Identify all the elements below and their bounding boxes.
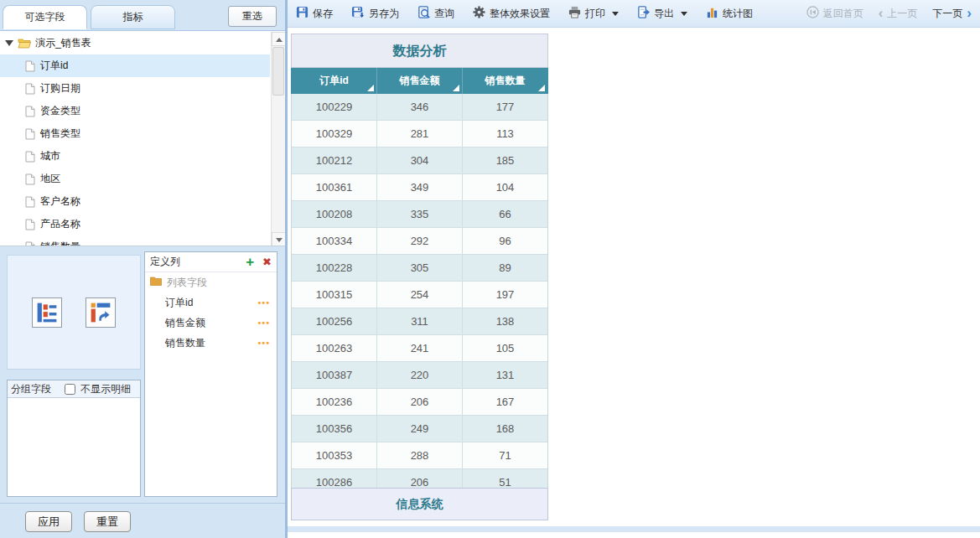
query-icon (417, 6, 430, 21)
hide-detail-checkbox[interactable] (65, 384, 75, 395)
prev-page-button[interactable]: ‹ 上一页 (879, 7, 918, 21)
config-area: 定义列 + ✖ 列表字段 订单id•••销售金额•••销售数量••• 分组字段 … (0, 247, 285, 503)
save-icon (296, 6, 309, 21)
column-header-order-id[interactable]: 订单id (292, 68, 377, 94)
group-fields-header: 分组字段 不显示明细 (8, 380, 140, 398)
table-cell: 96 (463, 228, 547, 254)
tree-item[interactable]: 销售类型 (0, 122, 270, 145)
table-cell: 168 (463, 416, 547, 442)
apply-button[interactable]: 应用 (25, 511, 72, 532)
bar-chart-icon (706, 6, 718, 21)
document-icon (25, 196, 35, 208)
report-rows: 1002293461771003292811131002123041851003… (291, 94, 548, 488)
reselect-button[interactable]: 重选 (228, 6, 277, 27)
group-fields-empty-area[interactable] (8, 398, 140, 496)
hide-detail-label: 不显示明细 (80, 382, 131, 396)
table-cell: 167 (463, 389, 547, 415)
table-cell: 100315 (292, 282, 377, 308)
table-row: 10022830589 (292, 255, 547, 282)
tree-item[interactable]: 资金类型 (0, 100, 270, 122)
list-layout-icon[interactable] (32, 297, 62, 328)
table-cell: 100229 (292, 94, 377, 120)
tree-item[interactable]: 地区 (0, 168, 270, 190)
pivot-swap-layout-icon[interactable] (86, 297, 116, 328)
export-icon (637, 6, 650, 21)
table-cell: 100353 (292, 442, 377, 468)
table-cell: 100356 (292, 416, 377, 442)
table-row: 100263241105 (292, 335, 547, 362)
tab-selectable-fields[interactable]: 可选字段 (3, 5, 87, 29)
tree-item[interactable]: 城市 (0, 145, 270, 168)
table-cell: 206 (377, 469, 463, 488)
tab-indicators[interactable]: 指标 (91, 5, 175, 29)
table-cell: 349 (377, 174, 463, 200)
caret-down-icon[interactable] (5, 40, 13, 46)
toolbar: 保存 另存为 (288, 0, 980, 28)
document-icon (25, 151, 35, 163)
document-icon (25, 219, 35, 230)
tree-item[interactable]: 订购日期 (0, 77, 270, 100)
document-icon (25, 128, 35, 140)
column-header-sales-amount[interactable]: 销售金额 (377, 68, 463, 94)
print-button[interactable]: 打印 (568, 6, 619, 21)
folder-open-icon (18, 38, 31, 49)
table-row: 100329281113 (292, 121, 547, 147)
group-fields-label: 分组字段 (11, 382, 51, 396)
table-cell: 104 (463, 174, 547, 200)
column-field-row[interactable]: 销售数量••• (145, 333, 277, 353)
report-table: 数据分析 订单id 销售金额 销售数量 10022934617710032928… (291, 34, 548, 520)
tree-item[interactable]: 客户名称 (0, 190, 270, 213)
query-button[interactable]: 查询 (417, 6, 454, 21)
more-options-icon[interactable]: ••• (257, 318, 270, 328)
table-cell: 292 (377, 228, 463, 254)
save-button[interactable]: 保存 (296, 6, 333, 21)
next-page-button[interactable]: 下一页 › (932, 7, 972, 21)
field-group-row[interactable]: 列表字段 (145, 272, 277, 292)
scroll-down-arrow-icon[interactable] (272, 232, 285, 246)
chevron-right-icon: › (967, 8, 972, 19)
tree-item[interactable]: 产品名称 (0, 213, 270, 235)
return-home-button[interactable]: 返回首页 (806, 6, 863, 21)
remove-column-icon[interactable]: ✖ (262, 256, 272, 268)
print-dropdown-caret-icon[interactable] (612, 12, 619, 16)
table-cell: 254 (377, 282, 463, 308)
tree-root[interactable]: 演示_销售表 (0, 31, 285, 54)
export-button[interactable]: 导出 (637, 6, 687, 21)
table-row: 100229346177 (292, 94, 547, 121)
table-header-row: 订单id 销售金额 销售数量 (291, 68, 548, 94)
scrollbar-thumb[interactable] (272, 47, 284, 96)
more-options-icon[interactable]: ••• (257, 297, 270, 308)
column-field-row[interactable]: 订单id••• (145, 292, 277, 313)
table-cell: 100361 (292, 174, 377, 200)
reset-button[interactable]: 重置 (84, 511, 131, 532)
left-bottom-bar: 应用 重置 (0, 503, 285, 538)
table-cell: 241 (377, 335, 463, 361)
table-cell: 71 (463, 442, 547, 468)
table-cell: 206 (377, 389, 463, 415)
save-as-button[interactable]: 另存为 (351, 6, 399, 21)
export-dropdown-caret-icon[interactable] (681, 12, 687, 16)
tree-item[interactable]: 订单id (0, 54, 270, 77)
more-options-icon[interactable]: ••• (257, 338, 270, 348)
tree-item[interactable]: 销售数量 (0, 235, 270, 246)
tree-root-label: 演示_销售表 (35, 36, 91, 50)
table-row: 10020833566 (292, 201, 547, 228)
table-cell: 100228 (292, 255, 377, 281)
tree-scrollbar[interactable] (271, 32, 285, 246)
tree-items: 订单id订购日期资金类型销售类型城市地区客户名称产品名称销售数量 (0, 54, 285, 246)
layout-picker (7, 255, 141, 370)
table-row: 100387220131 (292, 362, 547, 389)
column-field-row[interactable]: 销售金额••• (145, 313, 277, 333)
table-cell: 51 (463, 469, 547, 488)
chart-button[interactable]: 统计图 (706, 6, 753, 21)
document-icon (25, 83, 35, 95)
table-cell: 185 (463, 147, 547, 173)
define-columns-header: 定义列 + ✖ (145, 252, 277, 272)
table-cell: 197 (463, 282, 547, 308)
scroll-up-arrow-icon[interactable] (272, 32, 285, 46)
add-column-icon[interactable]: + (246, 255, 254, 269)
column-header-sales-quantity[interactable]: 销售数量 (463, 68, 547, 94)
tab-strip: 可选字段 指标 重选 (0, 0, 285, 30)
table-cell: 138 (463, 308, 547, 334)
overall-settings-button[interactable]: 整体效果设置 (473, 6, 550, 21)
